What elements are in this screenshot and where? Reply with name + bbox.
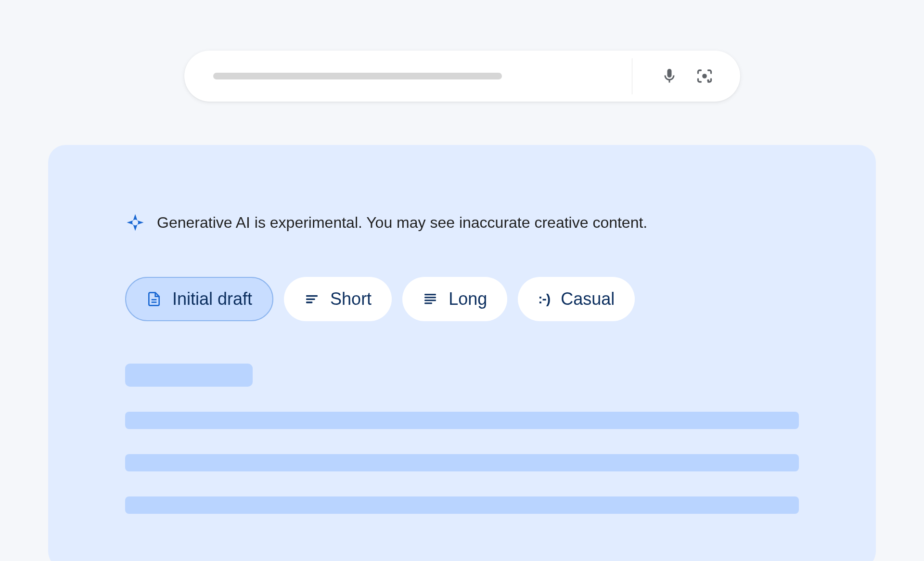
- disclaimer-text: Generative AI is experimental. You may s…: [157, 214, 647, 232]
- skeleton-line: [125, 454, 799, 471]
- sparkle-icon: [125, 212, 145, 233]
- skeleton-line: [125, 412, 799, 429]
- chip-label: Short: [330, 289, 372, 309]
- chips-row: Initial draft Short Long: [125, 277, 799, 321]
- casual-icon: :-): [538, 291, 550, 307]
- chip-initial-draft[interactable]: Initial draft: [125, 277, 273, 321]
- mic-button[interactable]: [658, 65, 681, 88]
- svg-point-2: [132, 220, 138, 225]
- svg-rect-9: [424, 297, 436, 298]
- search-bar[interactable]: [184, 51, 740, 102]
- skeleton-title: [125, 364, 253, 387]
- svg-rect-6: [306, 299, 315, 300]
- svg-point-1: [707, 79, 709, 82]
- skeleton-line: [125, 496, 799, 514]
- chip-short[interactable]: Short: [284, 277, 392, 321]
- lens-button[interactable]: [693, 65, 716, 88]
- document-icon: [146, 291, 162, 307]
- svg-rect-5: [306, 295, 318, 297]
- chip-label: Initial draft: [172, 289, 252, 309]
- long-lines-icon: [423, 291, 438, 307]
- skeleton-content: [125, 364, 799, 514]
- svg-rect-10: [424, 300, 436, 301]
- svg-rect-8: [424, 294, 436, 295]
- search-divider: [632, 58, 632, 94]
- lens-icon: [696, 67, 713, 85]
- chip-long[interactable]: Long: [402, 277, 507, 321]
- search-input-placeholder[interactable]: [213, 73, 502, 79]
- svg-rect-7: [306, 301, 312, 303]
- chip-label: Casual: [561, 289, 615, 309]
- disclaimer-row: Generative AI is experimental. You may s…: [125, 212, 799, 233]
- svg-point-0: [702, 74, 707, 78]
- chip-label: Long: [449, 289, 487, 309]
- svg-rect-11: [424, 302, 432, 304]
- mic-icon: [661, 67, 678, 85]
- chip-casual[interactable]: :-) Casual: [518, 277, 635, 321]
- short-lines-icon: [304, 291, 320, 307]
- search-container: [0, 0, 924, 102]
- generative-ai-card: Generative AI is experimental. You may s…: [48, 145, 876, 561]
